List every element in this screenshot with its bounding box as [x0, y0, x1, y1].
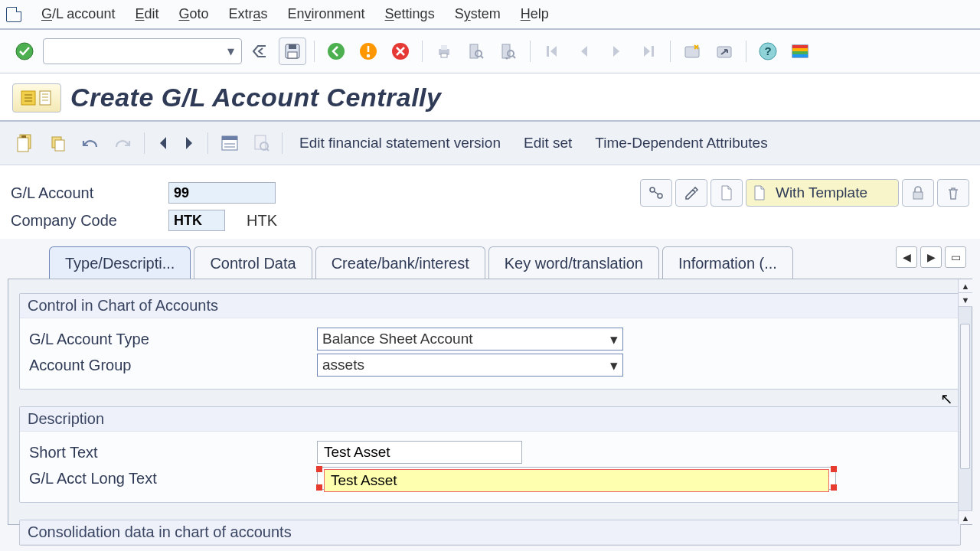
account-group-label: Account Group — [29, 357, 317, 374]
last-page-icon[interactable] — [635, 37, 662, 65]
company-code-input[interactable] — [168, 210, 225, 231]
cursor-icon: ↖ — [940, 390, 953, 408]
copy-icon[interactable] — [44, 129, 72, 157]
svg-rect-24 — [40, 91, 51, 105]
svg-rect-19 — [792, 45, 808, 48]
chevron-down-icon: ▾ — [610, 331, 618, 348]
ok-icon[interactable] — [11, 37, 38, 65]
tab-scroll-right-icon[interactable]: ▶ — [920, 246, 942, 268]
svg-rect-26 — [18, 138, 28, 152]
tab-control-data[interactable]: Control Data — [194, 246, 312, 279]
display-list-icon[interactable] — [216, 129, 243, 157]
menu-settings[interactable]: Settings — [385, 6, 435, 22]
delete-icon[interactable] — [937, 179, 969, 207]
scroll-down-icon[interactable]: ▲ — [959, 510, 972, 524]
menu-extras[interactable]: Extras — [228, 6, 267, 22]
nav-back-icon[interactable] — [322, 37, 350, 65]
long-text-input[interactable] — [324, 469, 829, 492]
short-text-label: Short Text — [29, 444, 317, 461]
tab-create-bank-interest[interactable]: Create/bank/interest — [315, 246, 485, 279]
back-icon[interactable] — [247, 37, 274, 65]
menu-system[interactable]: System — [455, 6, 501, 22]
account-group-select[interactable]: assets ▾ — [317, 354, 623, 377]
first-page-icon[interactable] — [538, 37, 566, 65]
new-session-icon[interactable] — [678, 37, 706, 65]
svg-rect-21 — [792, 51, 808, 54]
document-icon — [6, 7, 21, 22]
svg-rect-20 — [792, 48, 808, 51]
layout-icon[interactable] — [786, 37, 814, 65]
tab-information[interactable]: Information (... — [662, 246, 793, 279]
account-group-value: assets — [322, 357, 364, 373]
next-page-icon[interactable] — [603, 37, 630, 65]
menu-gl-account[interactable]: G/L account — [41, 6, 115, 22]
svg-rect-2 — [289, 44, 296, 49]
template-doc-icon — [753, 184, 766, 201]
group-title-consolidation: Consolidation data in chart of accounts — [20, 520, 960, 545]
gl-account-label: G/L Account — [11, 184, 168, 202]
prev-item-icon[interactable] — [152, 129, 174, 157]
tab-list-icon[interactable]: ▭ — [945, 246, 966, 268]
cancel-icon[interactable] — [387, 37, 414, 65]
vertical-scrollbar[interactable]: ▲ ▼ ▲ — [958, 279, 972, 524]
find-icon[interactable] — [462, 37, 490, 65]
gl-account-type-select[interactable]: Balance Sheet Account ▾ — [317, 328, 623, 350]
exit-icon[interactable] — [354, 37, 382, 65]
print-icon[interactable] — [430, 37, 458, 65]
lock-icon[interactable] — [902, 179, 934, 207]
tab-keyword-translation[interactable]: Key word/translation — [488, 246, 659, 279]
where-used-icon[interactable] — [640, 179, 672, 207]
svg-rect-8 — [441, 45, 447, 50]
menu-help[interactable]: Help — [521, 6, 549, 22]
with-template-label: With Template — [776, 184, 867, 201]
svg-text:?: ? — [764, 44, 771, 57]
svg-rect-36 — [913, 192, 923, 199]
group-chart-control: Control in Chart of Accounts G/L Account… — [19, 293, 961, 390]
paste-icon[interactable] — [11, 129, 40, 157]
menu-environment[interactable]: Environment — [288, 6, 365, 22]
with-template-button[interactable]: With Template — [746, 179, 899, 207]
svg-rect-27 — [21, 135, 26, 138]
command-input[interactable] — [44, 41, 220, 62]
gl-account-type-value: Balance Sheet Account — [322, 331, 472, 347]
tab-scroll-left-icon[interactable]: ◀ — [896, 246, 917, 268]
long-text-wrapper — [317, 467, 836, 490]
long-text-label: G/L Acct Long Text — [29, 470, 317, 487]
svg-rect-22 — [792, 54, 808, 57]
redo-icon[interactable] — [109, 129, 136, 157]
next-item-icon[interactable] — [178, 129, 200, 157]
prev-page-icon[interactable] — [570, 37, 598, 65]
time-dep-attr-link[interactable]: Time-Dependent Attributes — [586, 132, 776, 155]
tabstrip: Type/Descripti... Control Data Create/ba… — [8, 246, 972, 279]
gl-account-type-label: G/L Account Type — [29, 331, 317, 348]
short-text-input[interactable] — [317, 441, 522, 464]
undo-icon[interactable] — [77, 129, 104, 157]
command-field[interactable]: ▾ — [43, 38, 242, 64]
new-doc-icon[interactable] — [710, 179, 743, 207]
svg-rect-9 — [441, 54, 447, 57]
scroll-up-icon[interactable]: ▲ — [959, 279, 972, 293]
scroll-thumb[interactable] — [960, 324, 970, 469]
tab-type-description[interactable]: Type/Descripti... — [49, 246, 191, 279]
edit-fsv-link[interactable]: Edit financial statement version — [290, 132, 510, 155]
menu-bar: G/L account Edit Goto Extras Environment… — [0, 0, 980, 30]
help-icon[interactable]: ? — [754, 37, 782, 65]
chevron-down-icon: ▾ — [610, 357, 618, 374]
svg-rect-29 — [55, 140, 64, 151]
group-title-chart: Control in Chart of Accounts — [20, 294, 960, 318]
menu-goto[interactable]: Goto — [178, 6, 208, 22]
gl-account-input[interactable] — [168, 182, 276, 204]
edit-set-link[interactable]: Edit set — [514, 132, 581, 155]
company-code-text: HTK — [247, 212, 277, 230]
find-next-icon[interactable] — [495, 37, 522, 65]
display-doc-icon[interactable] — [248, 129, 274, 157]
scroll-up2-icon[interactable]: ▼ — [959, 293, 972, 307]
application-toolbar: Edit financial statement version Edit se… — [0, 122, 980, 165]
save-icon[interactable] — [279, 37, 306, 65]
svg-rect-31 — [222, 136, 237, 140]
command-dropdown-icon[interactable]: ▾ — [220, 43, 241, 60]
shortcut-icon[interactable] — [710, 37, 738, 65]
page-title: Create G/L Account Centrally — [70, 83, 441, 112]
menu-edit[interactable]: Edit — [135, 6, 158, 22]
edit-icon[interactable] — [675, 179, 707, 207]
